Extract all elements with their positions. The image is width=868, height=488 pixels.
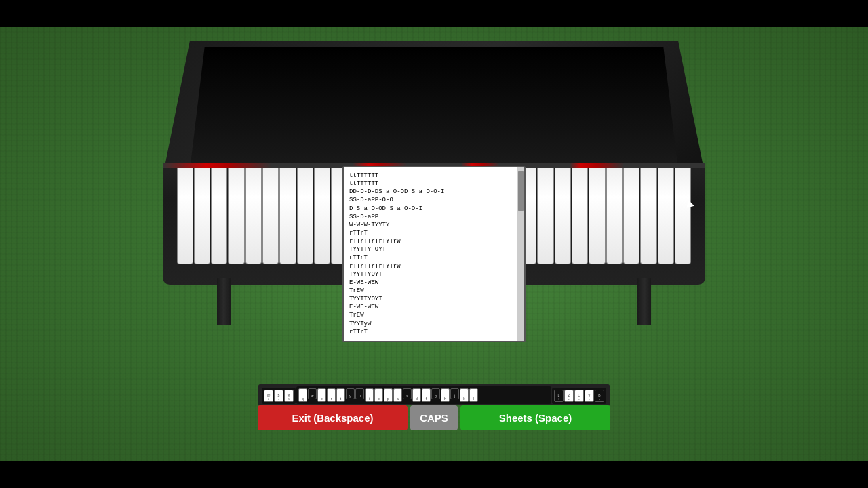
key-symbol: w xyxy=(311,394,314,398)
mini-white-key[interactable]: $ 4 xyxy=(274,390,283,402)
mini-key-group: k xyxy=(460,388,469,402)
sheet-line: ttTTTTTT xyxy=(349,171,519,180)
grass-background: ttTTTTTTttTTTTTTDD-D-D-DS a O-OD S a O-O… xyxy=(0,27,868,461)
black-bar-bottom xyxy=(0,461,868,488)
black-bar-top xyxy=(0,0,868,27)
mini-key-group: C c xyxy=(574,390,584,402)
sheet-line: TYYTTYOYT xyxy=(349,295,519,303)
mini-white-key[interactable]: a xyxy=(393,388,402,402)
key-symbol: e xyxy=(321,396,323,401)
mini-white-key[interactable]: o xyxy=(374,388,383,402)
key-symbol: j xyxy=(454,394,455,398)
mini-key-group: t xyxy=(336,388,345,402)
piano-white-key[interactable] xyxy=(297,168,313,264)
piano-leg-right xyxy=(637,278,651,325)
mini-black-key[interactable]: B b xyxy=(595,390,604,402)
sheet-line: TYYTTY OYT xyxy=(349,245,519,253)
sheet-scrollbar-thumb[interactable] xyxy=(518,171,524,211)
mini-black-key[interactable]: w xyxy=(308,388,317,399)
mini-key-group: y xyxy=(346,388,355,402)
piano-white-key[interactable] xyxy=(245,168,262,264)
mini-white-key[interactable]: C c xyxy=(574,390,584,402)
sheet-line: W-W-W-TYYTY xyxy=(349,221,519,229)
key-number: c xyxy=(578,397,580,401)
mini-key-group: r xyxy=(327,388,336,402)
sheet-content: ttTTTTTTttTTTTTTDD-D-D-DS a O-OD S a O-O… xyxy=(344,167,524,338)
key-symbol: t xyxy=(340,396,341,401)
key-symbol: f xyxy=(426,396,427,401)
mini-white-key[interactable]: V v xyxy=(585,390,594,402)
caps-button[interactable]: CAPS xyxy=(410,405,458,430)
mini-white-key[interactable]: t xyxy=(336,388,345,402)
sheet-line: E-WE-WEW xyxy=(349,303,519,311)
key-symbol: l xyxy=(473,396,474,401)
mini-white-key[interactable]: Z z xyxy=(564,390,574,402)
mini-key-group: e xyxy=(317,388,326,402)
mini-key-group: g xyxy=(431,388,440,402)
sheet-line: rTTrTTrTrTYTrW xyxy=(349,262,519,270)
mini-black-key[interactable]: j xyxy=(450,388,459,399)
key-symbol: a xyxy=(397,396,399,401)
mini-white-key[interactable]: @ 2 xyxy=(264,390,273,402)
mini-white-key[interactable]: p xyxy=(384,388,393,402)
mini-white-key[interactable]: % 5 xyxy=(284,390,294,402)
mini-white-key[interactable]: k xyxy=(460,388,469,402)
piano-leg-left xyxy=(217,278,231,325)
sheet-line: TYYTyW xyxy=(349,320,519,328)
sheets-button[interactable]: Sheets (Space) xyxy=(460,405,610,430)
mini-white-key[interactable]: r xyxy=(327,388,336,402)
key-number: v xyxy=(589,397,590,401)
mini-white-key[interactable]: i xyxy=(365,388,374,402)
mini-white-key[interactable]: h xyxy=(441,388,450,402)
piano-white-key[interactable] xyxy=(589,168,605,264)
mini-key-group: f xyxy=(422,388,431,402)
mini-white-key[interactable]: e xyxy=(317,388,326,402)
piano-white-key[interactable] xyxy=(640,168,656,264)
mini-white-key[interactable]: f xyxy=(422,388,431,402)
piano-white-key[interactable] xyxy=(262,168,279,264)
piano-white-key[interactable] xyxy=(211,168,227,264)
piano-white-key[interactable] xyxy=(228,168,244,264)
mini-black-key[interactable]: L l xyxy=(554,390,564,402)
left-keyboard-section: @ 2 $ 4 % 5 xyxy=(262,388,296,404)
piano-white-key[interactable] xyxy=(675,168,691,264)
key-symbol: d xyxy=(416,396,418,401)
mini-key-group: d xyxy=(412,388,421,402)
mini-keys-row: @ 2 $ 4 % 5 xyxy=(262,386,606,404)
key-symbol: i xyxy=(369,396,370,401)
sheet-scrollbar[interactable] xyxy=(517,167,524,341)
sheet-line: TrEW xyxy=(349,287,519,295)
sheet-line: SS-D-aPP xyxy=(349,213,519,221)
sheet-line: TrEW xyxy=(349,311,519,319)
mini-white-key[interactable]: l xyxy=(469,388,478,402)
piano-white-key[interactable] xyxy=(623,168,639,264)
piano-white-key[interactable] xyxy=(194,168,210,264)
mini-key-group: i xyxy=(365,388,374,402)
piano-lid-inner xyxy=(190,47,678,169)
main-keyboard-section: qwertyuiopasdfghjkl xyxy=(296,386,551,404)
key-symbol: g xyxy=(435,394,437,398)
piano-white-key[interactable] xyxy=(177,168,193,264)
mini-white-key[interactable]: q xyxy=(298,388,307,402)
mini-black-key[interactable]: y xyxy=(346,388,355,399)
mini-key-group: $ 4 xyxy=(274,390,283,402)
mini-white-key[interactable]: d xyxy=(412,388,421,402)
mini-black-key[interactable]: u xyxy=(355,388,364,399)
exit-button[interactable]: Exit (Backspace) xyxy=(258,405,408,430)
piano-white-key[interactable] xyxy=(572,168,588,264)
mini-key-group: s xyxy=(403,388,412,402)
piano-white-key[interactable] xyxy=(279,168,296,264)
sheet-line: ttTTTTTT xyxy=(349,180,519,188)
piano-white-key[interactable] xyxy=(314,168,330,264)
key-symbol: u xyxy=(359,394,361,398)
mini-black-key[interactable]: s xyxy=(403,388,412,399)
piano-white-key[interactable] xyxy=(555,168,571,264)
piano-white-key[interactable] xyxy=(606,168,623,264)
sheet-line: TYYTTYOYT xyxy=(349,270,519,279)
piano-white-key[interactable] xyxy=(537,168,553,264)
mini-key-group: % 5 xyxy=(284,390,294,402)
piano-white-key[interactable] xyxy=(658,168,674,264)
key-symbol: q xyxy=(302,396,304,401)
mini-key-group: h xyxy=(441,388,450,402)
mini-black-key[interactable]: g xyxy=(431,388,440,399)
